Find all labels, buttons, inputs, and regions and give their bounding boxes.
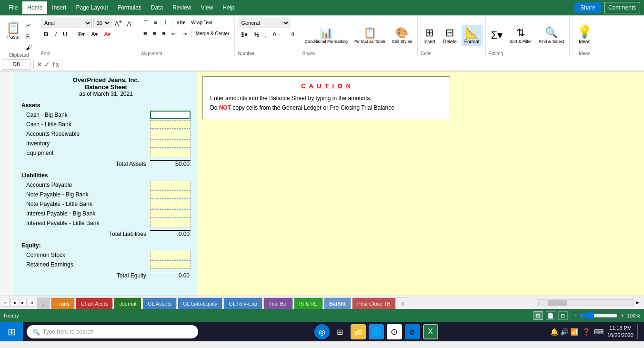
formula-input[interactable] <box>65 59 642 70</box>
taskbar-search[interactable]: 🔍 Type here to search <box>27 325 198 338</box>
cancel-formula-icon[interactable]: ✕ <box>37 61 42 68</box>
common-stock-input[interactable] <box>150 251 191 259</box>
inventory-input[interactable] <box>150 139 191 148</box>
tray-keyboard-icon[interactable]: ⌨ <box>594 328 604 336</box>
retained-earnings-input[interactable] <box>150 260 191 269</box>
sheet-tab-chartaccts[interactable]: Chart Accts <box>76 297 113 309</box>
sheet-tab-isre[interactable]: IS & RE <box>294 297 323 309</box>
fill-color-button[interactable]: A▾ <box>89 30 100 39</box>
sheet-nav-last[interactable]: ⇥ <box>28 299 35 307</box>
sheet-tab-dots[interactable]: ... <box>37 297 50 309</box>
autosum-button[interactable]: Σ▾ <box>489 28 505 43</box>
tab-insert[interactable]: Insert <box>47 1 71 14</box>
confirm-formula-icon[interactable]: ✓ <box>44 61 50 68</box>
taskbar-icon-explorer[interactable]: 📁 <box>351 324 366 339</box>
decimal-decrease-button[interactable]: ←.0 <box>283 31 296 39</box>
align-left-button[interactable]: ≡ <box>141 29 150 39</box>
ap-input[interactable] <box>150 181 191 189</box>
sheet-tab-balsht[interactable]: BalSht <box>324 297 351 309</box>
merge-center-button[interactable]: Merge & Center <box>193 29 232 39</box>
normal-view-button[interactable]: ⊞ <box>533 311 543 320</box>
cell-reference-input[interactable]: D8 <box>2 59 30 70</box>
currency-button[interactable]: $▾ <box>238 30 250 40</box>
sheet-tab-glrev[interactable]: GL Rev-Exp <box>223 297 262 309</box>
delete-button[interactable]: ⊟ Delete <box>440 25 460 46</box>
percent-button[interactable]: % <box>252 30 262 40</box>
cut-button[interactable]: ✂ <box>24 20 34 31</box>
find-select-button[interactable]: 🔍 Find & Select <box>536 25 567 45</box>
paste-button[interactable]: 📋 Paste <box>4 20 23 41</box>
sheet-tab-glliab[interactable]: GL Liab-Equity <box>178 297 222 309</box>
sheet-nav-first[interactable]: ⇤ <box>2 299 10 307</box>
int-pay-big-input[interactable] <box>150 209 191 218</box>
tab-pagelayout[interactable]: Page Layout <box>71 1 112 14</box>
align-bottom-button[interactable]: ⊥ <box>161 18 170 27</box>
sheet-nav-next[interactable]: ► <box>19 299 27 307</box>
indent-decrease-button[interactable]: ⇤ <box>169 29 179 39</box>
taskbar-icon-edge[interactable]: 🌐 <box>369 324 384 339</box>
tab-data[interactable]: Data <box>146 1 168 14</box>
font-shrink-button[interactable]: A- <box>125 18 135 28</box>
align-center-button[interactable]: ≡ <box>151 29 159 39</box>
font-size-select[interactable]: 10 <box>93 18 111 28</box>
sheet-tab-glaccts[interactable]: GL Assets <box>142 297 177 309</box>
conditional-formatting-button[interactable]: 📊 Conditional Formatting <box>302 25 350 45</box>
page-layout-view-button[interactable]: 📄 <box>546 311 555 320</box>
sheet-tab-journal[interactable]: Journal <box>114 297 141 309</box>
tab-formulas[interactable]: Formulas <box>113 1 146 14</box>
align-top-button[interactable]: ⊤ <box>141 18 151 27</box>
taskbar-icon-excel[interactable]: X <box>423 324 438 339</box>
insert-button[interactable]: ⊞ Insert <box>421 25 438 46</box>
sheet-tab-postclose[interactable]: Post Close TB <box>352 297 396 309</box>
zoom-in-btn[interactable]: + <box>621 313 624 318</box>
tab-help[interactable]: Help <box>218 1 239 14</box>
zoom-slider[interactable] <box>580 312 618 319</box>
horizontal-scroll[interactable]: ► <box>532 298 644 307</box>
int-pay-little-input[interactable] <box>150 219 191 227</box>
tab-review[interactable]: Review <box>168 1 196 14</box>
show-desktop-button[interactable] <box>637 324 640 339</box>
zoom-out-btn[interactable]: − <box>574 313 577 318</box>
wrap-text-button[interactable]: Wrap Text <box>189 18 215 27</box>
bold-button[interactable]: B <box>41 30 51 39</box>
tab-file[interactable]: File <box>4 1 22 14</box>
taskbar-icon-taskview[interactable]: ⊞ <box>332 324 348 339</box>
share-button[interactable]: Share <box>574 2 601 13</box>
indent-increase-button[interactable]: ⇥ <box>180 29 189 39</box>
underline-button[interactable]: U <box>60 30 70 39</box>
tray-help-icon[interactable]: ❓ <box>582 328 590 336</box>
note-pay-little-input[interactable] <box>150 200 191 208</box>
format-button[interactable]: 📐 Format <box>462 25 483 46</box>
align-right-button[interactable]: ≡ <box>160 29 168 39</box>
note-pay-big-input[interactable] <box>150 190 191 199</box>
italic-button[interactable]: I <box>52 30 59 39</box>
tab-home[interactable]: Home <box>22 1 47 14</box>
tab-view[interactable]: View <box>196 1 218 14</box>
sheet-tab-trial[interactable]: Trial Bal <box>263 297 293 309</box>
font-color-button[interactable]: A▾ <box>101 30 113 39</box>
sheet-nav-prev[interactable]: ◄ <box>10 299 18 307</box>
font-grow-button[interactable]: A+ <box>113 18 124 28</box>
comments-button[interactable]: Comments <box>604 2 640 13</box>
border-button[interactable]: ⊞▾ <box>75 30 87 39</box>
sort-filter-button[interactable]: ⇅ Sort & Filter <box>507 25 534 45</box>
start-button[interactable]: ⊞ <box>0 322 23 341</box>
sheet-tab-add[interactable]: + <box>397 297 409 309</box>
cash-littlebank-input[interactable] <box>150 120 191 129</box>
number-format-select[interactable]: General <box>238 18 290 28</box>
format-painter-button[interactable]: 🖌 <box>24 42 34 52</box>
ideas-button[interactable]: 💡 Ideas <box>574 18 595 51</box>
ar-input[interactable] <box>150 130 191 138</box>
font-name-select[interactable]: Arial <box>41 18 92 28</box>
copy-button[interactable]: ⎘ <box>24 31 34 41</box>
comma-button[interactable]: , <box>262 30 269 40</box>
equipment-input[interactable] <box>150 149 191 157</box>
cash-bigbank-input[interactable] <box>150 111 191 119</box>
sheet-tab-trans[interactable]: Trans <box>51 297 75 309</box>
scroll-right-btn[interactable]: ► <box>634 300 642 305</box>
decimal-increase-button[interactable]: .0→ <box>270 31 282 39</box>
taskbar-icon-chrome[interactable]: ⊙ <box>387 324 402 339</box>
orientation-button[interactable]: ab▾ <box>174 18 188 27</box>
cell-styles-button[interactable]: 🎨 Cell Styles <box>389 25 414 45</box>
insert-function-icon[interactable]: ƒx <box>52 61 59 68</box>
